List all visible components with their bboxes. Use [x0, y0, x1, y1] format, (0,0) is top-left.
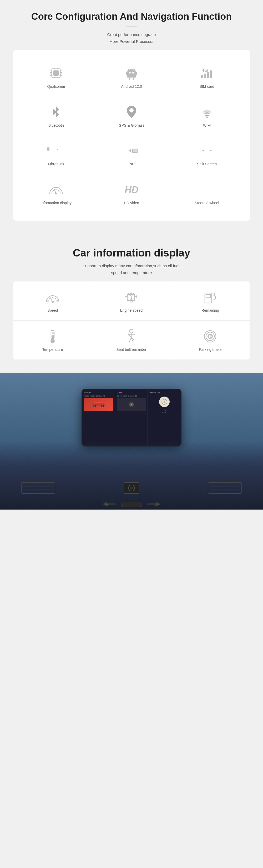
svg-line-65 [47, 300, 48, 302]
screen-video-subtitle: Do not watch driving, etc. [117, 395, 146, 397]
section1-title: Core Configuration And Navigation Functi… [5, 10, 258, 22]
svg-rect-1 [53, 70, 59, 76]
engine-icon [122, 289, 141, 305]
car-dashboard-wrapper: My Car Radio, vehicle setting, etc. [0, 373, 263, 509]
svg-marker-49 [210, 150, 212, 152]
vent-right [208, 482, 242, 494]
speedometer2-icon [43, 289, 62, 305]
feature-steering: Steering wheel [169, 174, 244, 213]
screen-video-preview [117, 398, 146, 411]
svg-marker-43 [129, 149, 131, 152]
carinfo-temperature: Temperature [13, 320, 92, 360]
subtitle2-line1: Support to display many car infomration,… [83, 264, 180, 268]
center-control [124, 482, 139, 494]
hd-icon: HD [122, 182, 141, 197]
feature-wifi: WIFI [169, 97, 244, 135]
screen-panel-mycar: My Car Radio, vehicle setting, etc. [82, 390, 115, 446]
signal4g-icon: 4G [198, 65, 216, 81]
feature-qualcomm: Qualcomm [19, 58, 94, 97]
carinfo-speed: Speed [13, 281, 92, 320]
subtitle2-line2: speed and temperature [111, 271, 152, 275]
svg-rect-32 [204, 73, 206, 78]
wifi-label: WIFI [203, 123, 211, 128]
svg-line-52 [51, 192, 51, 193]
vent-row [21, 482, 242, 494]
screen-car-image [84, 398, 113, 411]
feature-bluetooth: Bluetooth [19, 97, 94, 135]
features-card: Qualcomm [13, 50, 250, 221]
svg-rect-71 [128, 293, 130, 295]
svg-line-56 [61, 192, 61, 193]
svg-text:HD: HD [125, 184, 138, 195]
svg-point-58 [201, 183, 213, 196]
svg-text:22°: 22° [106, 504, 108, 506]
svg-point-111 [164, 403, 165, 403]
svg-rect-25 [136, 72, 137, 75]
feature-infodisp: Information display [19, 174, 94, 213]
section1-subtitle: Great performance upgrade More Powerful … [5, 31, 258, 45]
svg-rect-33 [207, 72, 209, 78]
carinfo-grid: Speed [13, 281, 250, 360]
svg-point-23 [132, 72, 134, 73]
pip-label: PIP [128, 162, 135, 167]
thermometer-icon [43, 329, 62, 344]
chip-icon [47, 65, 65, 81]
svg-point-59 [205, 187, 209, 192]
svg-rect-79 [206, 294, 211, 298]
svg-marker-48 [202, 150, 204, 152]
seatbelt-icon [122, 329, 141, 344]
feature-hd: HD HD video [94, 174, 169, 213]
carinfo-seatbelt: Seat belt reminder [92, 320, 171, 360]
speed-label: Speed [47, 308, 58, 312]
svg-rect-26 [129, 77, 130, 80]
location-icon [122, 104, 141, 120]
svg-point-101 [210, 338, 211, 339]
feature-android: Android 12.0 [94, 58, 169, 97]
svg-line-69 [57, 300, 58, 302]
control-row: 22° 22° [103, 502, 160, 507]
seatbelt-label: Seat belt reminder [116, 347, 146, 352]
svg-marker-40 [57, 149, 58, 150]
steering-icon [198, 182, 216, 197]
svg-point-51 [55, 193, 57, 194]
carinfo-parkingbrake: Parking brake [171, 320, 250, 360]
feature-grid: Qualcomm [19, 58, 244, 213]
infodisp-label: Information display [41, 200, 72, 206]
section2-subtitle: Support to display many car infomration,… [5, 262, 258, 276]
car-interior-bg: 22° 22° [0, 441, 263, 509]
svg-rect-38 [47, 148, 50, 151]
svg-line-94 [129, 338, 131, 342]
screen-vehicleinfo-title: Vehicle Info [149, 392, 179, 394]
svg-point-105 [102, 405, 103, 407]
screen-panel-vehicleinfo: Vehicle Info — 4F 0 km [148, 390, 181, 446]
mirrorlink-label: Mirror link [48, 162, 64, 167]
section-carinfo: Car information display Support to displ… [0, 237, 263, 373]
feature-mirrorlink: Mirror link [19, 135, 94, 174]
section1-divider [126, 27, 137, 27]
svg-point-91 [129, 329, 133, 333]
svg-point-116 [130, 487, 133, 489]
svg-point-90 [51, 339, 55, 343]
svg-rect-31 [201, 75, 203, 78]
speedometer-icon [47, 182, 65, 197]
splitscreen-icon [198, 143, 216, 158]
parkingbrake-label: Parking brake [199, 347, 222, 352]
pip-icon [122, 143, 141, 158]
splitscreen-label: Split Screen [197, 162, 217, 167]
section-core: Core Configuration And Navigation Functi… [0, 0, 263, 237]
bluetooth-label: Bluetooth [49, 123, 64, 128]
screen-vehicleinfo-icon [159, 397, 170, 407]
svg-text:22°: 22° [156, 504, 159, 506]
qualcomm-label: Qualcomm [47, 84, 65, 89]
bluetooth-icon [47, 104, 65, 120]
svg-rect-27 [133, 77, 134, 80]
mirrorlink-icon [47, 143, 65, 158]
temperature-label: Temperature [42, 347, 63, 352]
left-controls: 22° [103, 502, 116, 507]
right-controls: 22° [147, 502, 160, 507]
engine-label: Engine speed [120, 308, 143, 312]
carinfo-engine: Engine speed [92, 281, 171, 320]
remaining-label: Remaining [201, 308, 219, 312]
carinfo-card: Speed [13, 281, 250, 360]
parkingbrake-icon [201, 329, 220, 344]
